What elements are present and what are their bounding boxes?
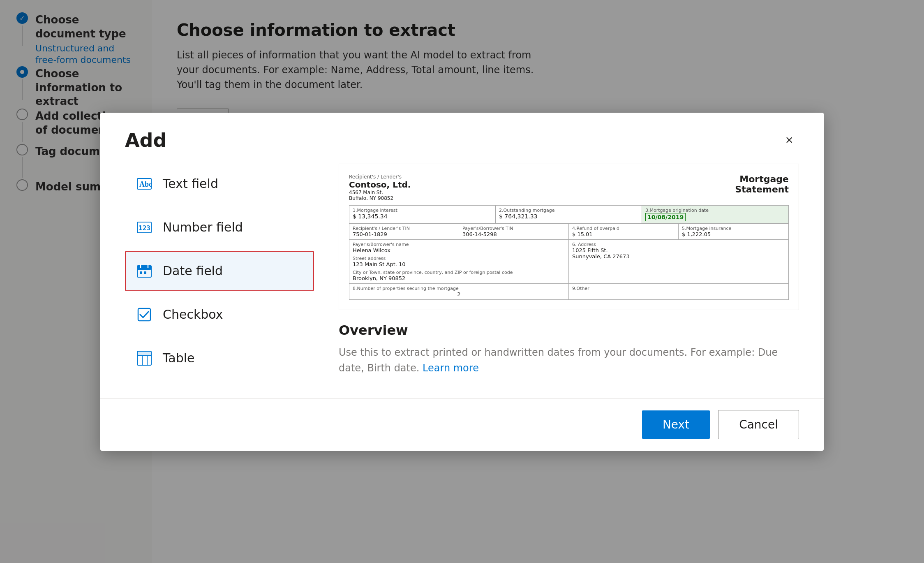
option-checkbox[interactable]: Checkbox [125,294,314,335]
cell-origination: 3.Mortgage origination date 10/08/2019 [642,206,788,223]
cell-mortgage-interest: 1.Mortgage interest $ 13,345.34 [349,206,496,223]
cell-street-value: 123 Main St Apt. 10 [353,261,565,267]
preview-panel: Recipient's / Lender's Contoso, Ltd. 456… [339,164,799,382]
cell-value: $ 764,321.33 [499,213,638,220]
cell-street-label: Street address [353,256,565,261]
option-table[interactable]: Table [125,338,314,378]
mortgage-row1: 1.Mortgage interest $ 13,345.34 2.Outsta… [349,205,789,224]
cell-insurance: 5.Mortgage insurance $ 1,222.05 [679,224,788,239]
cell-city-label: City or Town, state or province, country… [353,270,565,275]
cell-payer-tin: Payer's/Borrower's TIN 306-14-5298 [459,224,569,239]
cell-value: $ 15.01 [572,231,675,237]
cell-borrower: Payer's/Borrower's name Helena Wilcox St… [349,240,569,283]
date-icon [134,261,155,281]
number-field-label: Number field [163,220,243,234]
cell-other: 9.Other [569,284,788,299]
cell-label: 6. Address [572,242,785,247]
cell-address: 6. Address 1025 Fifth St.Sunnyvale, CA 2… [569,240,788,283]
svg-rect-9 [140,271,142,274]
cell-properties: 8.Number of properties securing the mort… [349,284,569,299]
cell-date-value: 10/08/2019 [645,213,686,221]
svg-text:123: 123 [139,224,150,232]
close-button[interactable]: × [779,130,799,150]
mortgage-document: Recipient's / Lender's Contoso, Ltd. 456… [349,174,789,300]
option-date-field[interactable]: Date field [125,251,314,291]
cell-label: 8.Number of properties securing the mort… [353,286,565,291]
cell-value: Helena Wilcox [353,247,565,253]
svg-rect-10 [144,271,146,274]
svg-rect-6 [137,266,151,270]
cell-label: Recipient's / Lender's TIN [353,226,455,231]
overview-text: Use this to extract printed or handwritt… [339,345,799,376]
cell-label: 2.Outstanding mortgage [499,208,638,213]
add-modal: Add × Abc Text field [100,113,824,451]
cell-value: 306-14-5298 [462,231,565,237]
cell-label: 5.Mortgage insurance [682,226,785,231]
overview-body: Use this to extract printed or handwritt… [339,347,778,374]
modal-body: Abc Text field 123 Number field [100,164,824,398]
address1: 4567 Main St. [349,190,411,195]
svg-text:Abc: Abc [139,180,152,188]
document-preview: Recipient's / Lender's Contoso, Ltd. 456… [339,164,799,310]
cancel-button[interactable]: Cancel [718,410,799,439]
option-text-field[interactable]: Abc Text field [125,164,314,204]
cell-address-value: 1025 Fifth St.Sunnyvale, CA 27673 [572,247,785,259]
table-icon [134,348,155,368]
company-name: Contoso, Ltd. [349,180,411,190]
mortgage-row4: 8.Number of properties securing the mort… [349,284,789,300]
cell-label: Payer's/Borrower's name [353,242,565,247]
address2: Buffalo, NY 90852 [349,195,411,201]
recipient-label: Recipient's / Lender's [349,174,411,180]
cell-outstanding: 2.Outstanding mortgage $ 764,321.33 [496,206,642,223]
modal-footer: Next Cancel [100,398,824,451]
cell-label: 4.Refund of overpaid [572,226,675,231]
next-button[interactable]: Next [642,410,710,439]
modal-title: Add [125,129,166,151]
overview-section: Overview Use this to extract printed or … [339,322,799,376]
cell-city-value: Brooklyn, NY 90852 [353,275,565,281]
cell-refund: 4.Refund of overpaid $ 15.01 [569,224,679,239]
cell-label: 3.Mortgage origination date [645,208,785,213]
cell-value: $ 1,222.05 [682,231,785,237]
option-number-field[interactable]: 123 Number field [125,207,314,248]
cell-label: Payer's/Borrower's TIN [462,226,565,231]
mortgage-row3: Payer's/Borrower's name Helena Wilcox St… [349,240,789,284]
modal-header: Add × [100,113,824,164]
options-panel: Abc Text field 123 Number field [125,164,314,382]
date-field-label: Date field [163,264,223,278]
cell-label: 9.Other [572,286,785,291]
cell-label: 1.Mortgage interest [353,208,492,213]
checkbox-label: Checkbox [163,307,223,322]
cell-recipient-tin: Recipient's / Lender's TIN 750-01-1829 [349,224,459,239]
number-icon: 123 [134,217,155,238]
cell-value: 2 [353,291,565,297]
text-icon: Abc [134,174,155,194]
svg-rect-16 [137,351,151,356]
mortgage-row2: Recipient's / Lender's TIN 750-01-1829 P… [349,224,789,240]
overview-title: Overview [339,322,799,338]
doc-title: MortgageStatement [735,174,789,195]
close-icon: × [785,132,793,148]
learn-more-link[interactable]: Learn more [423,362,479,374]
cell-value: $ 13,345.34 [353,213,492,220]
text-field-label: Text field [163,176,218,191]
table-label: Table [163,351,195,365]
modal-overlay: Add × Abc Text field [0,0,924,563]
checkbox-icon [134,304,155,325]
cell-value: 750-01-1829 [353,231,455,237]
